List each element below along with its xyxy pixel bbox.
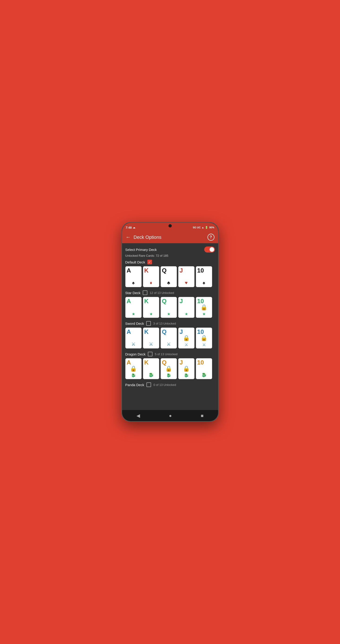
lock-icon: 🔒 <box>165 366 172 372</box>
card-letter-1-4: 10 <box>197 298 204 304</box>
card-3-3[interactable]: J🔒🐉 <box>178 358 195 379</box>
card-2-4[interactable]: 10🔒⚔ <box>196 328 212 348</box>
card-suit-0-4: ♠ <box>203 280 205 286</box>
card-2-2[interactable]: Q⚔ <box>161 328 177 348</box>
card-row-2: A⚔K⚔Q⚔J🔒⚔10🔒⚔ <box>125 328 215 348</box>
card-suit-1-3: ★ <box>185 312 188 316</box>
deck-name-0: Default Deck <box>125 260 145 264</box>
deck-checkbox-0[interactable] <box>147 260 152 264</box>
card-letter-1-0: A <box>127 298 131 304</box>
card-suit-1-1: ★ <box>149 312 153 316</box>
card-3-4[interactable]: 10🐉 <box>196 358 212 379</box>
deck-unlock-count-2: 3 of 13 Unlocked <box>153 322 176 325</box>
deck-unlock-count-1: 12 of 13 Unlocked <box>150 291 174 294</box>
card-2-1[interactable]: K⚔ <box>143 328 159 348</box>
card-letter-3-2: Q <box>162 360 167 366</box>
cloud-icon: ☁ <box>133 226 135 229</box>
phone-screen: 7:48 ☁ 5G UC ▲ 🔋 90% ← Deck Options ? Se… <box>122 223 218 421</box>
deck-checkbox-1[interactable] <box>143 290 147 295</box>
deck-header-4: Panda Deck0 of 13 Unlocked <box>125 382 215 387</box>
card-letter-0-0: A <box>127 268 131 274</box>
card-1-2[interactable]: Q★ <box>161 297 177 318</box>
nav-home-button[interactable]: ● <box>167 411 174 420</box>
deck-name-2: Sword Deck <box>125 322 144 326</box>
card-0-4[interactable]: 10♠ <box>196 266 212 287</box>
lock-icon: 🔒 <box>130 366 137 372</box>
card-0-1[interactable]: K♦ <box>143 266 159 287</box>
card-1-0[interactable]: A★ <box>125 297 142 318</box>
status-right: 5G UC ▲ 🔋 90% <box>193 226 214 229</box>
deck-unlock-count-4: 0 of 13 Unlocked <box>153 383 176 386</box>
lock-icon: 🔒 <box>183 335 190 341</box>
app-bar: ← Deck Options ? <box>122 231 218 243</box>
vol-down-button[interactable] <box>121 272 122 281</box>
card-0-3[interactable]: J♥ <box>178 266 195 287</box>
card-letter-3-3: J <box>180 360 183 366</box>
card-suit-3-2: 🐉 <box>166 373 171 378</box>
card-suit-3-4: 🐉 <box>201 372 207 378</box>
card-suit-2-1: ⚔ <box>149 341 153 347</box>
card-letter-2-4: 10 <box>197 329 204 335</box>
card-letter-3-4: 10 <box>197 360 204 366</box>
back-button[interactable]: ← <box>126 234 131 240</box>
card-0-2[interactable]: Q♣ <box>161 266 177 287</box>
power-button[interactable] <box>218 269 219 283</box>
deck-checkbox-2[interactable] <box>146 321 151 326</box>
deck-checkbox-4[interactable] <box>146 382 151 387</box>
card-3-1[interactable]: K🐉 <box>143 358 159 379</box>
primary-deck-toggle[interactable] <box>204 246 215 252</box>
card-1-4[interactable]: 10🔒★ <box>196 297 212 318</box>
card-1-1[interactable]: K★ <box>143 297 159 318</box>
card-3-2[interactable]: Q🔒🐉 <box>161 358 177 379</box>
card-1-3[interactable]: J★ <box>178 297 195 318</box>
card-suit-2-0: ⚔ <box>131 341 136 347</box>
card-suit-2-3: ⚔ <box>185 342 188 347</box>
deck-checkbox-3[interactable] <box>148 352 152 356</box>
deck-header-0: Default Deck <box>125 260 215 264</box>
card-2-3[interactable]: J🔒⚔ <box>178 328 195 348</box>
card-letter-0-4: 10 <box>197 268 204 274</box>
help-button[interactable]: ? <box>208 234 214 241</box>
unlocked-rare-text: Unlocked Rare Cards: 72 of 185 <box>125 254 215 258</box>
primary-deck-row: Select Primary Deck <box>125 246 215 252</box>
content-area: Select Primary Deck Unlocked Rare Cards:… <box>122 243 218 410</box>
card-suit-0-2: ♣ <box>167 280 170 286</box>
vol-up-button[interactable] <box>121 260 122 269</box>
primary-deck-label: Select Primary Deck <box>125 248 157 252</box>
card-suit-2-4: ⚔ <box>202 342 206 347</box>
deck-section-1: Star Deck12 of 13 UnlockedA★K★Q★J★10🔒★ <box>125 290 215 318</box>
card-letter-1-2: Q <box>162 298 167 304</box>
card-suit-3-3: 🐉 <box>184 373 189 378</box>
battery-icon: 🔋 <box>205 226 208 229</box>
nav-bar: ◀ ● ■ <box>122 410 218 421</box>
card-suit-0-0: ♠ <box>132 280 135 286</box>
status-bar: 7:48 ☁ 5G UC ▲ 🔋 90% <box>122 223 218 231</box>
deck-header-1: Star Deck12 of 13 Unlocked <box>125 290 215 295</box>
deck-unlock-count-3: 5 of 13 Unlocked <box>155 352 178 356</box>
phone-device: 7:48 ☁ 5G UC ▲ 🔋 90% ← Deck Options ? Se… <box>121 222 219 422</box>
card-2-0[interactable]: A⚔ <box>125 328 142 348</box>
card-suit-0-1: ♦ <box>150 280 152 286</box>
signal-icon: ▲ <box>202 226 204 229</box>
card-3-0[interactable]: A🔒🐉 <box>125 358 142 379</box>
card-letter-2-2: Q <box>162 329 167 335</box>
card-suit-2-2: ⚔ <box>167 341 171 347</box>
deck-name-3: Dragon Deck <box>125 352 146 356</box>
lock-icon: 🔒 <box>201 335 208 341</box>
card-0-0[interactable]: A♠ <box>125 266 142 287</box>
card-row-3: A🔒🐉K🐉Q🔒🐉J🔒🐉10🐉 <box>125 358 215 379</box>
nav-recent-button[interactable]: ■ <box>199 411 205 420</box>
card-suit-1-2: ★ <box>167 312 170 316</box>
status-time: 7:48 ☁ <box>126 226 135 229</box>
deck-section-3: Dragon Deck5 of 13 UnlockedA🔒🐉K🐉Q🔒🐉J🔒🐉10… <box>125 352 215 379</box>
card-letter-2-1: K <box>144 329 149 335</box>
card-letter-0-2: Q <box>162 268 167 274</box>
nav-back-button[interactable]: ◀ <box>135 411 142 420</box>
card-letter-1-3: J <box>180 298 183 304</box>
deck-header-3: Dragon Deck5 of 13 Unlocked <box>125 352 215 356</box>
card-row-1: A★K★Q★J★10🔒★ <box>125 297 215 318</box>
lock-icon: 🔒 <box>201 304 208 310</box>
card-suit-3-1: 🐉 <box>149 372 154 378</box>
page-title: Deck Options <box>134 235 208 240</box>
card-letter-3-0: A <box>127 360 131 366</box>
